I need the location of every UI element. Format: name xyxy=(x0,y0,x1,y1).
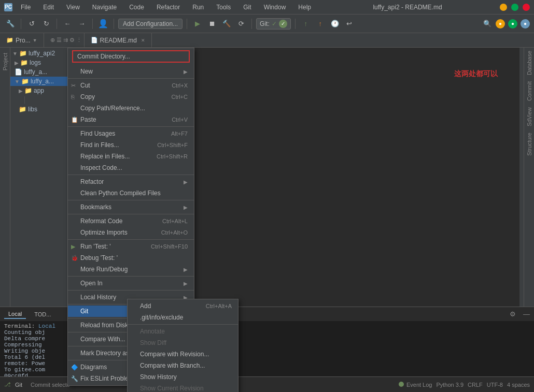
add-config-button[interactable]: Add Configuration... xyxy=(118,19,182,29)
app-arrow: ▶ xyxy=(19,88,23,94)
terminal-tab-local[interactable]: Local xyxy=(4,310,26,319)
editor-scrollbar[interactable] xyxy=(519,48,524,307)
git-sub-compare-branch[interactable]: Compare with Branch... xyxy=(128,360,238,371)
menu-edit[interactable]: Edit xyxy=(39,3,58,12)
ctx-cut[interactable]: ✂ Cut Ctrl+X xyxy=(68,80,194,91)
python-version[interactable]: Python 3.9 xyxy=(436,382,463,388)
ctx-optimize-imports[interactable]: Optimize Imports Ctrl+Alt+O xyxy=(68,227,194,238)
menu-view[interactable]: View xyxy=(62,3,84,12)
run-icon: ▶ xyxy=(71,243,75,250)
project-panel-label[interactable]: Project xyxy=(1,50,9,74)
close-button[interactable] xyxy=(523,4,530,11)
ctx-open-in[interactable]: Open In ▶ xyxy=(68,278,194,289)
menu-window[interactable]: Window xyxy=(260,3,290,12)
toolbar-btn-forward[interactable]: → xyxy=(76,18,88,30)
database-label[interactable]: Database xyxy=(525,48,533,78)
ctx-copy-path[interactable]: Copy Path/Reference... xyxy=(68,103,194,114)
history-btn[interactable]: 🕐 xyxy=(329,18,341,30)
ctx-clean[interactable]: Clean Python Compiled Files xyxy=(68,187,194,199)
panel-dots-icon[interactable]: ⋮ xyxy=(76,37,82,43)
menu-run[interactable]: Run xyxy=(188,3,208,12)
panel-add-icon[interactable]: ⊕ xyxy=(50,37,55,43)
app-icon: PC xyxy=(4,3,12,11)
git-tab-link[interactable]: Git xyxy=(15,382,22,388)
ctx-find-usages[interactable]: Find Usages Alt+F7 xyxy=(68,128,194,139)
git-sub-add[interactable]: Add Ctrl+Alt+A xyxy=(128,300,238,312)
minimize-button[interactable] xyxy=(500,4,507,11)
tab-bar: 📁 Pro... ▼ ⊕ ☰ ⇉ ⚙ ⋮ 📄 README.md ✕ xyxy=(0,33,534,48)
readme-tab-label: README.md xyxy=(100,37,137,44)
panel-list-icon[interactable]: ☰ xyxy=(57,37,62,43)
menu-refactor[interactable]: Refactor xyxy=(152,3,184,12)
git-sub-gitinfo[interactable]: .git/info/exclude xyxy=(128,312,238,323)
structure-label[interactable]: Structure xyxy=(525,129,533,159)
commit-label[interactable]: Commit xyxy=(525,78,533,104)
maximize-button[interactable] xyxy=(511,4,518,11)
git-sub-show-history[interactable]: Show History xyxy=(128,371,238,383)
toolbar-btn-undo[interactable]: ↺ xyxy=(25,18,38,30)
ctx-paste[interactable]: 📋 Paste Ctrl+V xyxy=(68,114,194,125)
file-tab-readme[interactable]: 📄 README.md ✕ xyxy=(85,33,152,47)
search-btn[interactable]: 🔍 xyxy=(481,18,494,30)
line-ending[interactable]: CRLF xyxy=(468,382,483,388)
ctx-inspect[interactable]: Inspect Code... xyxy=(68,162,194,173)
event-log-label: Event Log xyxy=(406,382,432,388)
avatar-btn[interactable]: 👤 xyxy=(97,18,109,30)
panel-collapse-icon[interactable]: ⇉ xyxy=(63,37,68,43)
ctx-replace-files[interactable]: Replace in Files... Ctrl+Shift+R xyxy=(68,151,194,162)
power-btn[interactable]: ● xyxy=(508,19,517,28)
run-button[interactable]: ▶ xyxy=(191,18,204,30)
ctx-more-run[interactable]: More Run/Debug ▶ xyxy=(68,264,194,275)
ctx-reformat[interactable]: Reformat Code Ctrl+Alt+L xyxy=(68,215,194,227)
menu-help[interactable]: Help xyxy=(294,3,315,12)
menu-git[interactable]: Git xyxy=(239,3,255,12)
menu-navigate[interactable]: Navigate xyxy=(88,3,121,12)
commit-dir-item[interactable]: Commit Directory... xyxy=(72,50,190,63)
git-sub-annotate: Annotate xyxy=(128,326,238,337)
main-body: Project ▼ 📁 luffy_api2 ▶ 📁 logs 📄 luffy_… xyxy=(0,48,534,307)
menu-tools[interactable]: Tools xyxy=(212,3,235,12)
terminal-tab-todo[interactable]: TOD... xyxy=(30,310,55,318)
ctx-copy[interactable]: ⎘ Copy Ctrl+C xyxy=(68,91,194,103)
project-tab[interactable]: 📁 Pro... ▼ xyxy=(0,33,44,47)
ctx-refactor[interactable]: Refactor ▶ xyxy=(68,176,194,187)
ctx-find-files[interactable]: Find in Files... Ctrl+Shift+F xyxy=(68,139,194,151)
terminal-close-icon[interactable]: — xyxy=(523,310,530,318)
toolbar-btn-back[interactable]: ← xyxy=(61,18,74,30)
indent-setting[interactable]: 4 spaces xyxy=(507,382,530,388)
git-sub-compare-rev[interactable]: Compare with Revision... xyxy=(128,349,238,360)
stop-button[interactable]: ⏹ xyxy=(206,18,218,30)
git-sub-section-annotate: Annotate Show Diff Compare with Revision… xyxy=(128,325,238,392)
readme-tab-close[interactable]: ✕ xyxy=(141,38,145,43)
sync-button[interactable]: ⟳ xyxy=(235,18,247,30)
toolbar-btn-1[interactable]: 🔧 xyxy=(4,18,17,30)
luffy1-label: luffy_a... xyxy=(24,68,47,76)
ctx-run[interactable]: ▶ Run 'Test: ' Ctrl+Shift+F10 xyxy=(68,241,194,252)
toolbar-btn-redo[interactable]: ↻ xyxy=(40,18,52,30)
root-folder-icon: 📁 xyxy=(19,50,27,57)
event-log-link[interactable]: Event Log xyxy=(399,382,432,388)
encoding[interactable]: UTF-8 xyxy=(487,382,503,388)
sdview-label[interactable]: SdView xyxy=(525,104,533,129)
luffy2-arrow: ▼ xyxy=(15,79,20,84)
ctx-bookmarks[interactable]: Bookmarks ▶ xyxy=(68,201,194,213)
menu-file[interactable]: File xyxy=(17,3,35,12)
menu-code[interactable]: Code xyxy=(125,3,148,12)
terminal-settings-icon[interactable]: ⚙ xyxy=(510,310,516,318)
update-btn[interactable]: ● xyxy=(521,19,530,28)
ctx-new[interactable]: New ▶ xyxy=(68,66,194,77)
git-toolbar[interactable]: Git: ✓ ✓ xyxy=(256,18,291,30)
app-label: app xyxy=(34,87,44,94)
tree-line1: │ xyxy=(23,96,27,104)
ctx-debug[interactable]: 🐞 Debug 'Test: ' xyxy=(68,252,194,264)
push-btn[interactable]: ↑ xyxy=(300,18,312,30)
build-button[interactable]: 🔨 xyxy=(220,18,233,30)
panel-gear-icon[interactable]: ⚙ xyxy=(69,37,75,43)
push-btn-2[interactable]: ↑ xyxy=(314,18,327,30)
settings-circle[interactable]: ● xyxy=(496,19,505,28)
panel-action-icons: ⊕ ☰ ⇉ ⚙ ⋮ xyxy=(48,37,84,43)
rollback-btn[interactable]: ↩ xyxy=(343,18,356,30)
toolbar-sep-3 xyxy=(92,19,93,29)
git-status-icon: ⎇ xyxy=(4,381,11,388)
paste-icon: 📋 xyxy=(71,117,78,123)
